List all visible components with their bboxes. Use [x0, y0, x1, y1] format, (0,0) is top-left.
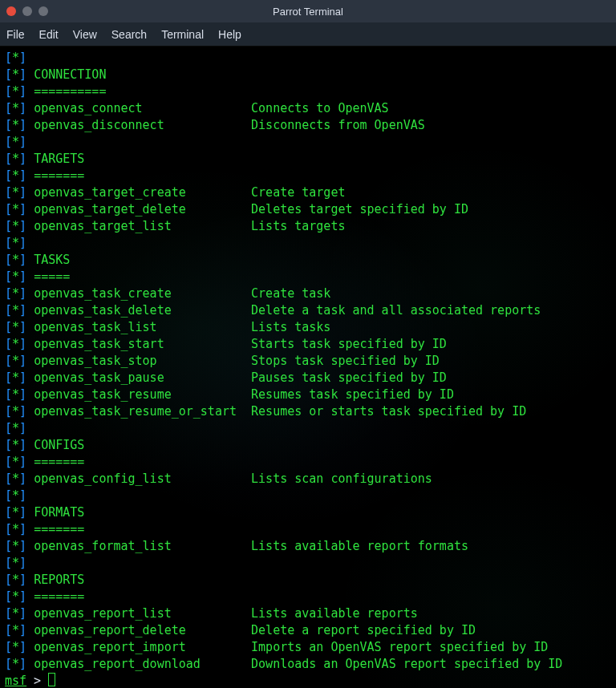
cmd-openvas-format-list: openvas_format_list — [34, 539, 172, 553]
cursor-icon — [48, 673, 55, 686]
cmd-openvas-task-resume-or-start: openvas_task_resume_or_start — [34, 404, 237, 419]
cmd-openvas-task-pause: openvas_task_pause — [34, 370, 164, 385]
output-line: [*] CONFIGS — [5, 437, 611, 454]
close-icon[interactable] — [6, 6, 16, 16]
cmd-openvas-task-delete: openvas_task_delete — [34, 303, 172, 318]
menu-terminal[interactable]: Terminal — [161, 28, 204, 41]
terminal-viewport[interactable]: [*][*] CONNECTION[*] ==========[*] openv… — [0, 47, 616, 688]
menubar: File Edit View Search Terminal Help — [0, 22, 616, 47]
output-line: [*] openvas_target_list Lists targets — [5, 218, 611, 235]
titlebar[interactable]: Parrot Terminal — [0, 0, 616, 22]
output-line: [*] ========== — [5, 83, 611, 100]
section-tasks: TASKS — [34, 253, 70, 267]
output-line: [*] REPORTS — [5, 572, 611, 589]
output-line: [*] openvas_target_delete Deletes target… — [5, 201, 611, 218]
output-line: [*] TASKS — [5, 252, 611, 269]
window-controls — [6, 6, 48, 16]
window-title: Parrot Terminal — [273, 6, 343, 18]
section-connection: CONNECTION — [34, 67, 106, 82]
output-line: [*] openvas_task_resume_or_start Resumes… — [5, 403, 611, 420]
cmd-openvas-task-resume: openvas_task_resume — [34, 387, 172, 402]
cmd-openvas-task-list: openvas_task_list — [34, 320, 157, 334]
output-line: [*] — [5, 420, 611, 437]
output-line: [*] openvas_task_list Lists tasks — [5, 319, 611, 336]
output-line: [*] ======= — [5, 168, 611, 184]
cmd-openvas-config-list: openvas_config_list — [34, 471, 172, 486]
output-line: [*] openvas_report_delete Delete a repor… — [5, 622, 611, 639]
cmd-openvas-target-list: openvas_target_list — [34, 219, 172, 233]
output-line: [*] openvas_task_stop Stops task specifi… — [5, 353, 611, 370]
section-configs: CONFIGS — [34, 438, 84, 452]
output-line: [*] openvas_task_delete Delete a task an… — [5, 302, 611, 319]
cmd-openvas-report-download: openvas_report_download — [34, 657, 201, 671]
output-line: [*] CONNECTION — [5, 67, 611, 83]
menu-help[interactable]: Help — [218, 28, 241, 41]
menu-view[interactable]: View — [73, 28, 97, 41]
output-line: [*] FORMATS — [5, 504, 611, 521]
output-line: [*] openvas_report_list Lists available … — [5, 605, 611, 622]
prompt-line[interactable]: msf > — [5, 673, 611, 688]
output-line: [*] openvas_connect Connects to OpenVAS — [5, 100, 611, 117]
output-line: [*] openvas_task_pause Pauses task speci… — [5, 370, 611, 386]
cmd-openvas-task-stop: openvas_task_stop — [34, 354, 157, 368]
output-line: [*] ======= — [5, 454, 611, 471]
output-line: [*] ======= — [5, 521, 611, 538]
output-line: [*] openvas_task_resume Resumes task spe… — [5, 386, 611, 403]
terminal-window: Parrot Terminal File Edit View Search Te… — [0, 0, 616, 688]
cmd-openvas-disconnect: openvas_disconnect — [34, 118, 164, 132]
output-line: [*] TARGETS — [5, 151, 611, 168]
output-line: [*] openvas_report_download Downloads an… — [5, 656, 611, 673]
cmd-openvas-task-create: openvas_task_create — [34, 286, 172, 301]
cmd-openvas-connect: openvas_connect — [34, 101, 142, 115]
cmd-openvas-target-delete: openvas_target_delete — [34, 202, 186, 217]
output-line: [*] — [5, 134, 611, 151]
maximize-icon[interactable] — [38, 6, 48, 16]
cmd-openvas-target-create: openvas_target_create — [34, 185, 186, 200]
terminal-output[interactable]: [*][*] CONNECTION[*] ==========[*] openv… — [0, 47, 616, 688]
output-line: [*] openvas_task_start Starts task speci… — [5, 336, 611, 353]
cmd-openvas-task-start: openvas_task_start — [34, 337, 164, 351]
output-line: [*] openvas_config_list Lists scan confi… — [5, 471, 611, 488]
output-line: [*] openvas_format_list Lists available … — [5, 538, 611, 555]
output-line: [*] ===== — [5, 269, 611, 285]
section-formats: FORMATS — [34, 505, 84, 520]
section-reports: REPORTS — [34, 573, 84, 587]
output-line: [*] — [5, 488, 611, 504]
menu-file[interactable]: File — [6, 28, 25, 41]
output-line: [*] openvas_task_create Create task — [5, 285, 611, 302]
cmd-openvas-report-import: openvas_report_import — [34, 640, 186, 654]
cmd-openvas-report-delete: openvas_report_delete — [34, 623, 186, 637]
cmd-openvas-report-list: openvas_report_list — [34, 606, 172, 621]
section-targets: TARGETS — [34, 152, 84, 166]
output-line: [*] openvas_disconnect Disconnects from … — [5, 117, 611, 134]
output-line: [*] openvas_target_create Create target — [5, 184, 611, 201]
output-line: [*] — [5, 235, 611, 252]
output-line: [*] — [5, 50, 611, 67]
output-line: [*] — [5, 555, 611, 572]
menu-search[interactable]: Search — [111, 28, 147, 41]
minimize-icon[interactable] — [22, 6, 32, 16]
output-line: [*] ======= — [5, 589, 611, 605]
menu-edit[interactable]: Edit — [39, 28, 59, 41]
prompt-label: msf — [5, 674, 26, 688]
output-line: [*] openvas_report_import Imports an Ope… — [5, 639, 611, 656]
prompt-symbol: > — [26, 674, 48, 688]
